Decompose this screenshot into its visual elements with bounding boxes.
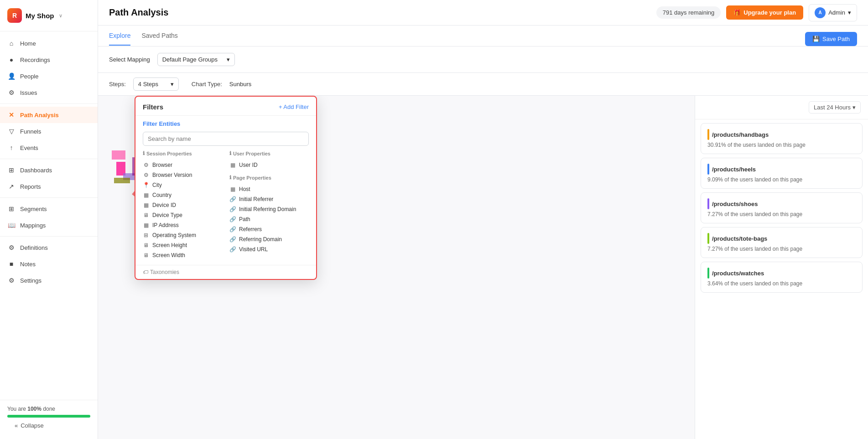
nav-label-path-analysis: Path Analysis [20,112,59,119]
sidebar-item-events[interactable]: ↑ Events [0,139,98,156]
sidebar-item-settings[interactable]: ⚙ Settings [0,272,98,289]
filter-item[interactable]: ▦ User ID [229,160,309,170]
tab-saved-paths[interactable]: Saved Paths [141,26,177,46]
path-name: /products/shoes [707,198,856,209]
filter-item[interactable]: 🔗 Visited URL [229,244,309,254]
filter-item-icon: ▦ [229,162,236,168]
filter-item-icon: ⚙ [143,172,149,178]
nav-icon-home: ⌂ [7,40,16,47]
nav-icon-definitions: ⚙ [7,244,16,251]
user-properties-title: ℹ User Properties [229,150,309,156]
filter-item[interactable]: 🔗 Initial Referrer [229,194,309,204]
path-stat: 7.27% of the users landed on this page [707,211,856,217]
filter-item-label: Operating System [152,232,196,238]
path-item[interactable]: /products/handbags 30.91% of the users l… [701,123,863,154]
nav-icon-recordings: ● [7,56,16,63]
time-filter-chevron-icon: ▾ [852,104,856,111]
steps-select[interactable]: 4 Steps ▾ [133,77,179,91]
chart-type-value: Sunburs [229,81,251,88]
time-filter-select[interactable]: Last 24 Hours ▾ [809,101,861,114]
filter-item[interactable]: 📍 City [143,180,222,190]
sidebar-item-reports[interactable]: ↗ Reports [0,178,98,195]
add-filter-label: + Add Filter [279,103,309,110]
nav-label-recordings: Recordings [20,57,50,63]
path-dot [707,198,709,209]
filter-item-icon: ▦ [143,192,149,198]
sidebar-item-people[interactable]: 👤 People [0,68,98,84]
filter-item[interactable]: 🖥 Screen Width [143,250,222,260]
right-panel: Last 24 Hours ▾ /products/handbags 30.91… [695,96,868,439]
path-name: /products/tote-bags [707,233,856,244]
taxonomies-icon: 🏷 [143,269,148,275]
sidebar-item-funnels[interactable]: ▽ Funnels [0,123,98,139]
save-path-button[interactable]: 💾 Save Path [805,32,857,46]
path-name-text: /products/handbags [712,131,769,138]
filter-item[interactable]: 🖥 Device Type [143,210,222,220]
path-item[interactable]: /products/heels 9.09% of the users lande… [701,158,863,189]
mapping-select[interactable]: Default Page Groups ▾ [157,53,235,66]
filters-footer: 🏷 Taxonomies [135,265,316,279]
path-dot [707,164,709,175]
path-item[interactable]: /products/watches 3.64% of the users lan… [701,262,863,293]
nav-icon-path-analysis: ✕ [7,111,16,119]
mapping-value: Default Page Groups [162,56,218,63]
tab-explore[interactable]: Explore [109,26,130,46]
nav-icon-segments: ⊞ [7,205,16,212]
filter-item[interactable]: ▦ IP Address [143,220,222,230]
steps-label: Steps: [109,81,126,88]
filter-item[interactable]: ▦ Host [229,184,309,194]
collapse-label: Collapse [21,422,44,429]
upgrade-icon: 🎁 [733,9,741,16]
main-content: Path Analysis 791 days remaining 🎁 Upgra… [98,0,868,439]
upgrade-button[interactable]: 🎁 Upgrade your plan [726,5,803,20]
filter-item[interactable]: 🖥 Screen Height [143,240,222,250]
filter-item[interactable]: ▦ Country [143,190,222,200]
filter-item[interactable]: 🔗 Initial Referring Domain [229,204,309,214]
admin-button[interactable]: A Admin ▾ [809,4,857,21]
filter-item-label: Device Type [152,212,182,218]
right-panel-header: Last 24 Hours ▾ [695,96,868,119]
path-item[interactable]: /products/tote-bags 7.27% of the users l… [701,227,863,258]
filter-item[interactable]: ⚙ Browser [143,160,222,170]
nav-icon-dashboards: ⊞ [7,166,16,174]
sidebar-item-issues[interactable]: ⚙ Issues [0,84,98,101]
filter-scroll: ℹ Session Properties ⚙ Browser⚙ Browser … [135,150,316,265]
sidebar-item-segments[interactable]: ⊞ Segments [0,201,98,217]
nav-label-funnels: Funnels [20,128,41,135]
filter-item[interactable]: ▦ Device ID [143,200,222,210]
user-props-list: ▦ User ID [229,160,309,170]
sidebar-item-home[interactable]: ⌂ Home [0,35,98,52]
path-item[interactable]: /products/shoes 7.27% of the users lande… [701,192,863,223]
svg-rect-11 [114,178,130,183]
filter-search-input[interactable] [143,132,309,146]
filter-item[interactable]: ⊞ Operating System [143,230,222,240]
filter-item[interactable]: 🔗 Referrers [229,224,309,234]
tabs-bar: ExploreSaved Paths [98,26,868,46]
path-stat: 3.64% of the users landed on this page [707,280,856,287]
sidebar-item-notes[interactable]: ■ Notes [0,256,98,272]
filter-item[interactable]: 🔗 Path [229,214,309,224]
admin-avatar: A [815,7,826,18]
filter-item-label: Referrers [239,226,262,232]
sidebar-item-path-analysis[interactable]: ✕ Path Analysis [0,107,98,123]
filter-item[interactable]: 🔗 Referring Domain [229,234,309,244]
sidebar-item-recordings[interactable]: ● Recordings [0,52,98,68]
page-props-list: ▦ Host🔗 Initial Referrer🔗 Initial Referr… [229,184,309,254]
sidebar-item-definitions[interactable]: ⚙ Definitions [0,239,98,256]
filter-item-icon: 🔗 [229,226,236,232]
filter-item-label: Country [152,192,172,198]
filter-item-icon: 🔗 [229,216,236,222]
brand[interactable]: R My Shop ∨ [7,8,90,23]
sidebar-item-dashboards[interactable]: ⊞ Dashboards [0,162,98,178]
sidebar-item-mappings[interactable]: 📖 Mappings [0,217,98,233]
topbar: Path Analysis 791 days remaining 🎁 Upgra… [98,0,868,26]
add-filter-button[interactable]: + Add Filter [279,103,309,110]
collapse-button[interactable]: « Collapse [7,418,90,434]
filter-columns: ℹ Session Properties ⚙ Browser⚙ Browser … [135,150,316,265]
filter-item-label: IP Address [152,222,179,228]
nav-label-segments: Segments [20,206,47,212]
filter-item-icon: ⚙ [143,162,149,168]
filter-item[interactable]: ⚙ Browser Version [143,170,222,180]
nav-icon-events: ↑ [7,144,16,151]
sidebar-footer: You are 100% done « Collapse [0,400,98,439]
